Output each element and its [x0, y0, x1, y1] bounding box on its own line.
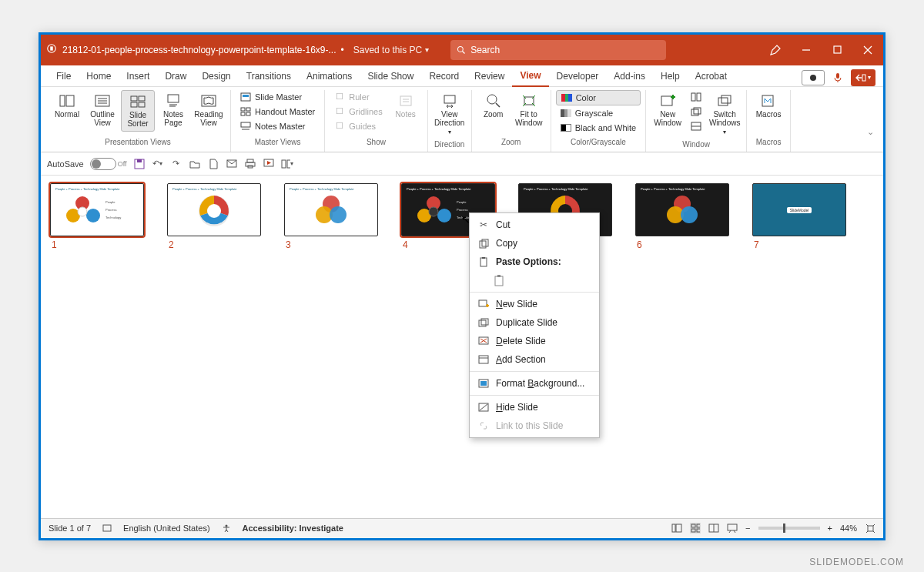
zoom-level[interactable]: 44% [840, 523, 857, 533]
grayscale-button[interactable]: Grayscale [556, 106, 641, 120]
quick-print-icon[interactable] [244, 158, 256, 170]
ctx-copy[interactable]: Copy [470, 234, 599, 253]
language-icon[interactable] [102, 523, 112, 534]
svg-rect-86 [480, 258, 487, 266]
ctx-duplicate-slide[interactable]: Duplicate Slide [470, 313, 599, 332]
ctx-cut[interactable]: ✂Cut [470, 216, 599, 234]
zoom-button[interactable]: Zoom [477, 90, 511, 122]
switch-windows-button[interactable]: Switch Windows ▾ [708, 90, 742, 139]
reading-view-icon[interactable] [708, 523, 719, 534]
svg-rect-30 [246, 112, 250, 115]
tab-design[interactable]: Design [194, 67, 238, 86]
tab-draw[interactable]: Draw [157, 67, 194, 86]
slide-thumb-7[interactable]: SlideModel 7 [752, 183, 846, 250]
tab-review[interactable]: Review [467, 67, 512, 86]
from-beginning-icon[interactable] [263, 158, 275, 170]
arrange-all-button[interactable] [686, 90, 706, 104]
search-icon [457, 45, 466, 55]
split-button[interactable] [686, 119, 706, 133]
tab-acrobat[interactable]: Acrobat [688, 67, 735, 86]
document-title[interactable]: 21812-01-people-process-technology-power… [62, 45, 336, 55]
ctx-format-background[interactable]: Format Background... [470, 374, 599, 393]
tab-view[interactable]: View [512, 66, 548, 87]
ctx-new-slide[interactable]: New Slide [470, 295, 599, 313]
slide-counter[interactable]: Slide 1 of 7 [49, 523, 91, 533]
touch-mode-icon[interactable]: ▾ [281, 158, 293, 170]
camera-button[interactable] [802, 70, 825, 85]
slide-master-button[interactable]: Slide Master [236, 90, 320, 104]
tab-insert[interactable]: Insert [119, 67, 157, 86]
notes-master-button[interactable]: Notes Master [236, 119, 320, 133]
scissors-icon: ✂ [477, 219, 490, 231]
fit-window-button[interactable]: Fit to Window [512, 90, 546, 130]
normal-view-icon[interactable] [671, 523, 682, 534]
autosave-toggle[interactable] [90, 158, 116, 170]
notes-button: Notes [389, 90, 423, 122]
new-window-button[interactable]: New Window [651, 90, 685, 130]
normal-view-button[interactable]: Normal [50, 90, 84, 122]
slide-thumb-6[interactable]: People + Process + Technology Slide Temp… [635, 183, 729, 250]
tab-help[interactable]: Help [653, 67, 688, 86]
tab-addins[interactable]: Add-ins [606, 67, 653, 86]
slide-thumb-1[interactable]: People + Process + Technology Slide Temp… [50, 183, 144, 250]
zoom-slider[interactable] [758, 527, 820, 530]
ctx-add-section[interactable]: Add Section [470, 350, 599, 369]
accessibility-label[interactable]: Accessibility: Investigate [243, 523, 343, 533]
share-button[interactable]: ▾ [851, 69, 875, 86]
save-icon[interactable] [133, 158, 146, 170]
fit-icon[interactable] [865, 523, 875, 534]
ctx-hide-slide[interactable]: Hide Slide [470, 398, 599, 416]
gridlines-checkbox[interactable]: ☐Gridlines [330, 105, 387, 119]
close-button[interactable] [852, 35, 883, 65]
guides-checkbox[interactable]: ☐Guides [330, 119, 387, 133]
notes-page-button[interactable]: Notes Page [156, 90, 190, 130]
reading-view-button[interactable]: Reading View [192, 90, 226, 130]
open-icon[interactable] [189, 158, 201, 170]
language-label[interactable]: English (United States) [123, 523, 210, 533]
svg-rect-44 [697, 93, 701, 101]
bw-button[interactable]: Black and White [556, 121, 641, 135]
svg-text:Process: Process [105, 208, 116, 212]
new-file-icon[interactable] [207, 158, 219, 170]
pen-icon[interactable] [760, 35, 791, 65]
redo-icon[interactable]: ↷ [170, 158, 182, 170]
undo-icon[interactable]: ↶▾ [152, 158, 164, 170]
tab-home[interactable]: Home [79, 67, 119, 86]
cascade-button[interactable] [686, 105, 706, 119]
slideshow-view-icon[interactable] [727, 523, 738, 534]
search-box[interactable]: Search [450, 40, 666, 60]
slide-thumb-3[interactable]: People + Process + Technology Slide Temp… [284, 183, 378, 250]
tab-transitions[interactable]: Transitions [239, 67, 299, 86]
group-color: Color Grayscale Black and White Color/Gr… [551, 90, 646, 152]
tab-developer[interactable]: Developer [549, 67, 607, 86]
ctx-paste-button[interactable] [470, 271, 599, 289]
tab-slideshow[interactable]: Slide Show [360, 67, 421, 86]
slide-sorter-area[interactable]: People + Process + Technology Slide Temp… [41, 176, 883, 517]
sorter-view-icon[interactable] [690, 523, 701, 534]
mic-icon[interactable] [829, 70, 846, 85]
view-direction-button[interactable]: View Direction ▾ [433, 90, 467, 139]
tab-file[interactable]: File [49, 67, 79, 86]
email-icon[interactable] [226, 158, 238, 170]
color-button[interactable]: Color [556, 90, 641, 105]
tab-animations[interactable]: Animations [299, 67, 360, 86]
ctx-delete-slide[interactable]: Delete Slide [470, 332, 599, 350]
slide-sorter-button[interactable]: Slide Sorter [121, 90, 155, 132]
accessibility-icon[interactable] [221, 523, 232, 534]
handout-master-button[interactable]: Handout Master [236, 105, 320, 119]
outline-view-button[interactable]: Outline View [85, 90, 119, 130]
svg-rect-93 [479, 320, 486, 326]
chevron-down-icon[interactable]: ▾ [425, 45, 429, 54]
macros-button[interactable]: Macros [752, 90, 785, 122]
save-status[interactable]: Saved to this PC [353, 45, 422, 55]
zoom-in-button[interactable]: + [828, 523, 832, 533]
ruler-checkbox[interactable]: ☐Ruler [330, 90, 387, 104]
maximize-button[interactable] [822, 35, 852, 65]
zoom-out-button[interactable]: − [745, 523, 750, 533]
clipboard-icon [477, 256, 490, 268]
context-menu: ✂Cut Copy Paste Options: New Slide Dupli… [469, 212, 600, 438]
ribbon-collapse-button[interactable]: ⌄ [862, 90, 879, 152]
slide-thumb-2[interactable]: People + Process + Technology Slide Temp… [167, 183, 261, 250]
minimize-button[interactable] [791, 35, 822, 65]
tab-record[interactable]: Record [421, 67, 467, 86]
